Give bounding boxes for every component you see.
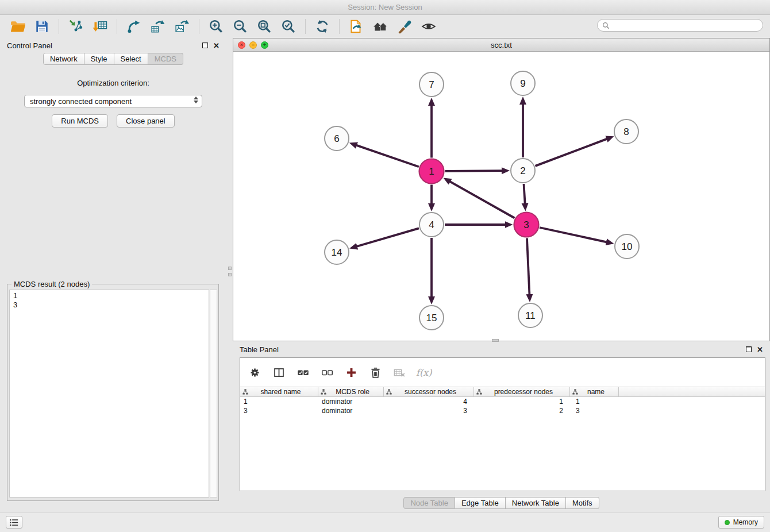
save-session-button[interactable]: [30, 17, 54, 36]
memory-button[interactable]: Memory: [718, 516, 764, 529]
close-table-panel-icon[interactable]: ✕: [757, 346, 763, 353]
first-neighbors-button[interactable]: [368, 17, 392, 36]
show-columns-button[interactable]: [271, 365, 286, 380]
tab-style[interactable]: Style: [84, 53, 114, 65]
table-row[interactable]: 1dominator411: [240, 397, 765, 406]
zoom-window-button[interactable]: +: [261, 41, 268, 49]
node-15[interactable]: 15: [419, 306, 444, 330]
edge-1-6[interactable]: [356, 145, 419, 167]
result-list-scrollbar[interactable]: [210, 290, 217, 498]
table-cell[interactable]: 3: [570, 407, 619, 415]
run-mcds-button[interactable]: Run MCDS: [52, 114, 108, 128]
column-header-shared-name[interactable]: shared name: [240, 387, 318, 396]
node-14[interactable]: 14: [325, 240, 349, 264]
tab-node-table[interactable]: Node Table: [403, 497, 455, 509]
column-header-MCDS-role[interactable]: MCDS role: [318, 387, 384, 396]
search-input[interactable]: [613, 21, 758, 30]
show-hide-button[interactable]: [417, 17, 441, 36]
edge-3-10[interactable]: [540, 228, 607, 242]
tab-motifs[interactable]: Motifs: [566, 497, 599, 509]
minimize-window-button[interactable]: −: [249, 41, 257, 49]
main-toolbar: [0, 16, 770, 37]
export-image-button[interactable]: [170, 17, 194, 36]
select-all-rows-button[interactable]: [295, 365, 310, 380]
result-item[interactable]: 1: [13, 291, 209, 300]
mcds-result-list[interactable]: 13: [9, 290, 209, 498]
column-header-name[interactable]: name: [570, 387, 619, 396]
column-header-successor-nodes[interactable]: successor nodes: [384, 387, 474, 396]
table-settings-button[interactable]: [247, 365, 262, 380]
edge-3-11[interactable]: [527, 238, 530, 296]
delete-column-button[interactable]: [368, 365, 383, 380]
criterion-dropdown[interactable]: strongly connected component: [24, 95, 202, 107]
network-graph[interactable]: 7968124314101511: [233, 52, 769, 341]
zoom-selected-button[interactable]: [276, 17, 301, 36]
node-11[interactable]: 11: [518, 303, 542, 327]
edge-4-14[interactable]: [356, 228, 419, 246]
node-8[interactable]: 8: [614, 119, 638, 144]
table-cell[interactable]: 2: [474, 407, 570, 415]
panel-selector-button[interactable]: [6, 516, 22, 529]
column-header-label: shared name: [248, 388, 318, 396]
table-cell[interactable]: 1: [570, 398, 619, 406]
select-all-rows-icon: [297, 367, 309, 379]
result-item[interactable]: 3: [13, 300, 209, 310]
table-cell[interactable]: 3: [384, 407, 474, 415]
close-window-button[interactable]: ×: [238, 41, 245, 49]
node-6[interactable]: 6: [325, 126, 349, 151]
deselect-all-rows-button[interactable]: [319, 365, 334, 380]
tab-edge-table[interactable]: Edge Table: [455, 497, 506, 509]
sort-icon: [321, 389, 326, 395]
tab-network[interactable]: Network: [43, 53, 84, 65]
edge-3-1[interactable]: [449, 181, 515, 218]
sort-icon: [242, 389, 248, 395]
export-network-icon: [126, 19, 141, 34]
export-network-button[interactable]: [122, 17, 146, 36]
table-cell[interactable]: 1: [474, 398, 570, 406]
network-canvas[interactable]: 7968124314101511: [233, 52, 769, 341]
refresh-layout-button[interactable]: [310, 17, 334, 36]
table-cell[interactable]: 1: [240, 398, 318, 406]
node-2[interactable]: 2: [511, 159, 535, 183]
table-cell[interactable]: 4: [384, 398, 474, 406]
zoom-in-button[interactable]: [204, 17, 228, 36]
svg-text:14: 14: [332, 247, 342, 258]
tab-mcds[interactable]: MCDS: [148, 53, 183, 65]
node-10[interactable]: 10: [615, 234, 639, 259]
open-session-button[interactable]: [6, 17, 30, 36]
import-network-from-file-button[interactable]: [64, 17, 88, 36]
edge-1-2[interactable]: [445, 171, 503, 171]
table-cell[interactable]: dominator: [318, 407, 384, 415]
edge-2-8[interactable]: [536, 138, 608, 166]
svg-text:15: 15: [426, 313, 437, 323]
vertical-splitter-handle[interactable]: [228, 267, 232, 270]
node-4[interactable]: 4: [419, 213, 444, 237]
horizontal-splitter-handle[interactable]: [492, 339, 499, 342]
node-1[interactable]: 1: [419, 159, 444, 184]
import-table-from-file-button[interactable]: [88, 17, 112, 36]
float-panel-icon[interactable]: [202, 43, 208, 48]
copy-document-button[interactable]: [344, 17, 368, 36]
close-panel-icon[interactable]: ✕: [213, 42, 220, 49]
table-cell[interactable]: 3: [240, 407, 318, 415]
node-3[interactable]: 3: [514, 213, 539, 237]
zoom-fit-button[interactable]: [252, 17, 276, 36]
tab-select[interactable]: Select: [114, 53, 148, 65]
tab-network-table[interactable]: Network Table: [506, 497, 566, 509]
edge-2-3[interactable]: [524, 184, 525, 205]
vertical-splitter-handle[interactable]: [228, 273, 232, 276]
add-column-button[interactable]: [344, 365, 359, 380]
search-box[interactable]: [597, 19, 763, 32]
node-7[interactable]: 7: [419, 72, 444, 97]
close-panel-button[interactable]: Close panel: [117, 114, 175, 128]
table-row[interactable]: 3dominator323: [240, 406, 765, 415]
mcds-result-group: MCDS result (2 nodes) 13: [7, 284, 219, 501]
export-table-button[interactable]: [146, 17, 170, 36]
apply-style-button[interactable]: [392, 17, 417, 36]
zoom-out-button[interactable]: [228, 17, 252, 36]
column-header-predecessor-nodes[interactable]: predecessor nodes: [474, 387, 570, 396]
node-9[interactable]: 9: [511, 71, 535, 95]
float-table-panel-icon[interactable]: [746, 346, 752, 352]
network-window-titlebar[interactable]: scc.txt ×−+: [233, 38, 769, 52]
table-cell[interactable]: dominator: [318, 398, 384, 406]
